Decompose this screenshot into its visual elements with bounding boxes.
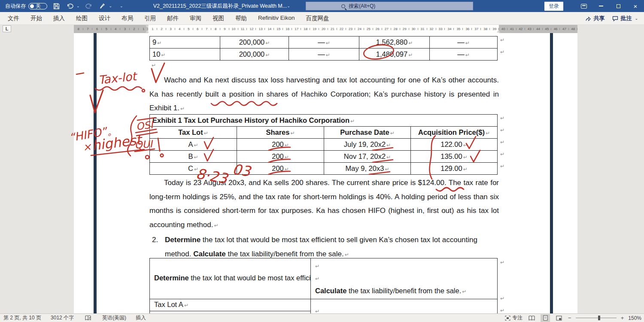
insert-mode-indicator[interactable]: 插入 bbox=[136, 314, 146, 322]
zoom-level[interactable]: 150% bbox=[628, 315, 641, 321]
ruler-number: 35 bbox=[454, 25, 463, 33]
ruler-number: 29 bbox=[400, 25, 409, 33]
ink-pen-dropdown-icon[interactable]: ⌄ bbox=[109, 4, 112, 8]
ink-pen-icon[interactable] bbox=[98, 2, 107, 10]
login-button[interactable]: 登录 bbox=[544, 2, 563, 11]
answer-option-a: Tax Lot A↵ bbox=[150, 299, 311, 311]
autosave-label: 自动保存 bbox=[5, 3, 26, 10]
title-dropdown-icon[interactable]: ⌄ bbox=[287, 4, 290, 8]
portfolio-table[interactable]: 9↵ 200,000↵ —↵ 1,562,880↵ —↵ 10↵ 200,000… bbox=[149, 36, 498, 61]
comments-dropdown-icon[interactable]: ⌄ bbox=[635, 16, 638, 21]
ruler-number: 11 bbox=[238, 25, 247, 33]
ruler-number: 6 bbox=[92, 25, 102, 33]
ruler-number: 20 bbox=[319, 25, 328, 33]
ribbon-tab-8[interactable]: 邮件 bbox=[167, 15, 179, 22]
ruler-number: 2 bbox=[130, 25, 139, 33]
word-count[interactable]: 3012 个字 bbox=[51, 314, 74, 322]
ribbon-tab-13[interactable]: 百度网盘 bbox=[306, 15, 329, 22]
ribbon-tab-5[interactable]: 设计 bbox=[99, 15, 110, 22]
search-placeholder: 搜索(Alt+Q) bbox=[349, 3, 375, 10]
autosave-toggle-pill[interactable]: 关 bbox=[28, 3, 47, 9]
zoom-in-button[interactable]: + bbox=[621, 315, 624, 321]
ribbon-tab-10[interactable]: 视图 bbox=[213, 15, 224, 22]
ribbon-tab-2[interactable]: 开始 bbox=[30, 15, 42, 22]
hanging-indent-marker[interactable] bbox=[146, 30, 149, 33]
ruler-number: 37 bbox=[472, 25, 481, 33]
zoom-slider[interactable] bbox=[576, 318, 617, 318]
redo-icon bbox=[84, 2, 94, 10]
zoom-slider-thumb[interactable] bbox=[598, 316, 600, 320]
ribbon-tab-4[interactable]: 绘图 bbox=[76, 15, 88, 22]
proofing-icon[interactable] bbox=[83, 314, 93, 322]
search-input[interactable]: 搜索(Alt+Q) bbox=[306, 2, 473, 10]
ruler-number: 5 bbox=[184, 25, 193, 33]
save-icon[interactable] bbox=[52, 2, 61, 10]
ruler-number: 40 bbox=[499, 25, 507, 33]
ruler-number: 3 bbox=[166, 25, 175, 33]
restore-button[interactable] bbox=[610, 0, 627, 12]
read-mode-button[interactable] bbox=[527, 314, 536, 322]
table-row: B↵ 200↵ Nov 17, 20x2↵ 135.00↵ bbox=[150, 151, 498, 163]
ribbon-tab-12[interactable]: Refinitiv Eikon bbox=[258, 15, 295, 22]
ruler-number: 28 bbox=[391, 25, 400, 33]
web-layout-button[interactable] bbox=[554, 314, 564, 322]
print-layout-button[interactable] bbox=[541, 314, 550, 322]
right-indent-marker[interactable] bbox=[497, 30, 500, 33]
close-button[interactable]: × bbox=[627, 0, 644, 12]
first-line-indent-marker[interactable] bbox=[146, 25, 149, 28]
table-row: Tax Lot A↵ ↵ bbox=[150, 299, 498, 311]
focus-mode-button[interactable]: 专注 bbox=[505, 314, 522, 322]
ruler-number: 12 bbox=[247, 25, 256, 33]
question-2[interactable]: 2. Determine the tax lot that would be m… bbox=[149, 233, 486, 261]
paragraph-mark: ↵ bbox=[152, 62, 156, 68]
tab-stop-selector[interactable]: L bbox=[3, 25, 11, 32]
ruler-number: 41 bbox=[507, 25, 516, 33]
customize-qat-icon[interactable]: ⌄ bbox=[120, 4, 123, 8]
toggle-dot-icon bbox=[30, 4, 34, 8]
paragraph-1[interactable]: Wacho and Ka next discuss tax loss harve… bbox=[149, 73, 499, 116]
ribbon-tab-11[interactable]: 帮助 bbox=[235, 15, 247, 22]
ruler-number: 38 bbox=[481, 25, 490, 33]
ribbon-tab-9[interactable]: 审阅 bbox=[190, 15, 201, 22]
ruler-number: 1 bbox=[148, 25, 157, 33]
paragraph-mark: ↵ bbox=[500, 49, 504, 55]
answer-table[interactable]: Determine the tax lot that would be most… bbox=[149, 258, 498, 313]
ruler-number: 7 bbox=[202, 25, 211, 33]
ruler-number: 19 bbox=[310, 25, 319, 33]
ribbon-display-options-button[interactable] bbox=[575, 0, 592, 12]
undo-icon[interactable] bbox=[65, 2, 75, 10]
share-label: 共享 bbox=[593, 15, 605, 22]
ruler-number: 34 bbox=[445, 25, 454, 33]
list-number: 2. bbox=[152, 233, 158, 247]
exhibit-1-table[interactable]: Exhibit 1 Tax Lot Purchase History of Ha… bbox=[149, 114, 498, 175]
comments-button[interactable]: 批注 ⌄ bbox=[612, 15, 638, 22]
paragraph-2[interactable]: Today is 23 August 20x3, and Ka sells 20… bbox=[149, 176, 499, 232]
ribbon-tab-1[interactable]: 文件 bbox=[8, 15, 19, 22]
language-indicator[interactable]: 英语(美国) bbox=[102, 314, 126, 322]
ruler-number: 21 bbox=[328, 25, 337, 33]
ribbon-tab-6[interactable]: 布局 bbox=[122, 15, 133, 22]
ruler-number: 42 bbox=[516, 25, 525, 33]
ribbon-tabs: 文件开始插入绘图设计布局引用邮件审阅视图帮助Refinitiv Eikon百度网… bbox=[0, 15, 329, 22]
undo-dropdown-icon[interactable]: ⌄ bbox=[76, 4, 80, 8]
ribbon-tab-7[interactable]: 引用 bbox=[144, 15, 156, 22]
ruler-number: 6 bbox=[193, 25, 202, 33]
paragraph-mark: ↵ bbox=[500, 37, 504, 43]
minimize-button[interactable] bbox=[592, 0, 610, 12]
autosave-toggle[interactable]: 自动保存 关 bbox=[5, 3, 47, 10]
ribbon-tab-3[interactable]: 插入 bbox=[53, 15, 65, 22]
horizontal-ruler[interactable]: 87654321 1234567891011121314151617181920… bbox=[74, 25, 577, 33]
document-page[interactable]: 9↵ 200,000↵ —↵ 1,562,880↵ —↵ 10↵ 200,000… bbox=[74, 33, 577, 313]
title-bar: 自动保存 关 ⌄ ⌄ ⌄ V2_20211215_2022三级课后题补录_Pri… bbox=[0, 0, 644, 12]
table-row: 9↵ 200,000↵ —↵ 1,562,880↵ —↵ bbox=[150, 36, 498, 49]
ruler-number: 4 bbox=[175, 25, 184, 33]
paragraph-mark: ↵ bbox=[500, 139, 504, 145]
right-vertical-bar bbox=[550, 33, 553, 313]
paragraph-mark: ↵ bbox=[500, 151, 504, 157]
zoom-out-button[interactable]: − bbox=[568, 315, 571, 321]
paragraph-mark: ↵ bbox=[500, 115, 504, 121]
share-button[interactable]: 共享 bbox=[585, 15, 605, 22]
page-indicator[interactable]: 第 2 页, 共 10 页 bbox=[3, 314, 41, 322]
ruler-number: 15 bbox=[274, 25, 283, 33]
table-row: Tax Lot↵ Shares↵ Purchase Date↵ Acquisit… bbox=[150, 127, 498, 139]
